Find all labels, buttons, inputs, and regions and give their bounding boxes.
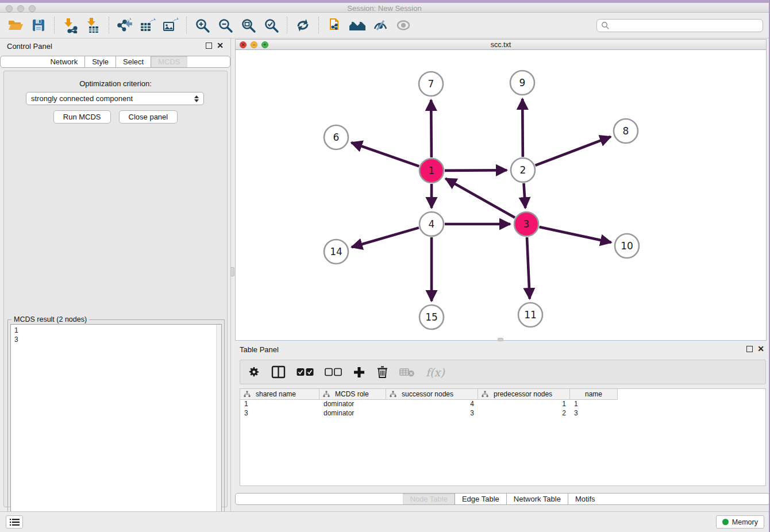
graph-node-15[interactable]: 15	[419, 305, 444, 329]
mcds-result-text[interactable]: 13	[10, 324, 222, 532]
mcds-result-line: 3	[14, 335, 221, 344]
canvas-resize-grip[interactable]	[498, 338, 503, 341]
zoom-in-icon[interactable]	[192, 16, 212, 34]
float-panel-icon[interactable]	[206, 43, 212, 49]
export-network-icon[interactable]	[115, 16, 134, 34]
graph-node-1[interactable]: 1	[419, 159, 444, 183]
node-label: 7	[428, 78, 434, 90]
tab-network[interactable]: Network	[43, 56, 85, 67]
save-session-icon[interactable]	[29, 16, 48, 34]
network-graph[interactable]: 7968124314101511	[236, 50, 766, 340]
table-cell[interactable]: dominator	[319, 400, 386, 409]
column-header-name[interactable]: name	[570, 389, 618, 400]
graph-node-2[interactable]: 2	[511, 158, 535, 182]
open-session-icon[interactable]	[6, 16, 25, 34]
column-type-icon	[244, 391, 251, 398]
table-panel-tabs: Node TableEdge TableNetwork TableMotifs	[235, 493, 770, 505]
toolbar-separator	[318, 17, 319, 34]
graph-node-14[interactable]: 14	[324, 240, 348, 264]
memory-button[interactable]: Memory	[716, 515, 764, 529]
zoom-fit-icon[interactable]	[238, 16, 258, 34]
graph-node-7[interactable]: 7	[419, 72, 443, 96]
node-table[interactable]: shared nameMCDS rolesuccessor nodesprede…	[240, 388, 766, 486]
node-label: 6	[333, 132, 340, 143]
tab-mcds[interactable]: MCDS	[151, 56, 187, 67]
tab-network-table[interactable]: Network Table	[507, 494, 568, 504]
table-cell[interactable]: 1	[570, 400, 618, 409]
edge-2-9[interactable]	[522, 99, 523, 157]
import-table-icon[interactable]	[83, 16, 103, 34]
table-cell[interactable]: 1	[478, 400, 570, 409]
toolbar-search[interactable]	[596, 19, 763, 32]
node-label: 4	[429, 218, 435, 230]
show-columns-icon[interactable]	[271, 365, 286, 379]
zoom-out-icon[interactable]	[215, 16, 235, 34]
import-network-icon[interactable]	[60, 16, 80, 34]
graph-node-11[interactable]: 11	[518, 303, 542, 327]
table-cell[interactable]: 3	[386, 409, 478, 418]
column-header-successor-nodes[interactable]: successor nodes	[386, 389, 478, 400]
tab-edge-table[interactable]: Edge Table	[455, 494, 507, 504]
tab-node-table[interactable]: Node Table	[403, 494, 455, 504]
graph-node-9[interactable]: 9	[510, 71, 534, 95]
tab-style[interactable]: Style	[85, 56, 116, 67]
edge-4-14[interactable]	[352, 228, 419, 247]
table-cell[interactable]: 3	[240, 409, 319, 418]
show-panels-icon[interactable]	[348, 16, 367, 34]
table-cell[interactable]: 1	[240, 400, 319, 409]
delete-column-icon[interactable]	[376, 365, 388, 379]
float-panel-icon[interactable]	[746, 346, 753, 352]
table-cell[interactable]: dominator	[319, 409, 386, 418]
edge-2-8[interactable]	[536, 137, 611, 165]
edge-1-7[interactable]	[431, 100, 432, 157]
export-image-icon[interactable]	[161, 16, 180, 34]
graph-node-10[interactable]: 10	[615, 234, 639, 258]
table-row[interactable]: 1dominator411	[240, 400, 765, 409]
show-hide-icon[interactable]	[394, 16, 413, 34]
deselect-all-rows-icon[interactable]	[325, 368, 342, 376]
edge-3-11[interactable]	[527, 237, 530, 299]
table-cell[interactable]: 4	[386, 400, 478, 409]
add-column-icon[interactable]	[353, 366, 365, 379]
column-header-predecessor-nodes[interactable]: predecessor nodes	[478, 389, 570, 400]
table-options-icon[interactable]	[247, 365, 260, 379]
apply-layout-icon[interactable]	[293, 16, 313, 34]
column-header-MCDS-role[interactable]: MCDS role	[319, 389, 386, 400]
close-panel-icon[interactable]: ✕	[217, 41, 224, 50]
graph-node-6[interactable]: 6	[324, 125, 348, 149]
table-row[interactable]: 3dominator323	[240, 409, 765, 418]
clone-network-icon[interactable]	[325, 16, 344, 34]
network-window-titlebar[interactable]: ✕ − + scc.txt	[235, 39, 767, 50]
export-table-icon[interactable]	[138, 16, 157, 34]
toolbar-separator	[186, 17, 187, 34]
edge-2-3[interactable]	[523, 183, 525, 208]
column-header-shared-name[interactable]: shared name	[240, 389, 319, 400]
graph-node-4[interactable]: 4	[419, 212, 444, 236]
run-mcds-button[interactable]: Run MCDS	[53, 110, 111, 124]
edge-1-6[interactable]	[351, 142, 419, 166]
toolbar-separator	[287, 17, 287, 34]
zoom-selected-icon[interactable]	[261, 16, 281, 34]
tab-select[interactable]: Select	[116, 56, 151, 67]
table-cell[interactable]: 2	[478, 409, 570, 418]
mcds-panel: Optimization criterion: strongly connect…	[3, 71, 228, 507]
tab-motifs[interactable]: Motifs	[568, 494, 602, 504]
table-cell[interactable]: 3	[570, 409, 618, 418]
close-panel-icon[interactable]: ✕	[757, 344, 764, 353]
graph-node-8[interactable]: 8	[614, 119, 638, 143]
select-all-rows-icon[interactable]	[297, 368, 314, 376]
edge-3-1[interactable]	[445, 179, 515, 218]
scrollbar-track[interactable]	[216, 325, 221, 531]
search-input[interactable]	[610, 21, 759, 29]
network-canvas[interactable]: 7968124314101511	[235, 50, 767, 341]
show-style-icon[interactable]	[371, 16, 390, 34]
optimization-criterion-dropdown[interactable]: strongly connected component	[26, 92, 204, 105]
apply-function-icon: f(x)	[426, 366, 445, 379]
column-header-label: predecessor nodes	[494, 390, 566, 398]
close-panel-button[interactable]: Close panel	[119, 110, 178, 124]
edge-3-10[interactable]	[539, 227, 611, 242]
graph-node-3[interactable]: 3	[514, 212, 538, 236]
task-history-button[interactable]	[6, 515, 23, 529]
edge-1-2[interactable]	[445, 170, 507, 171]
panel-divider-grip[interactable]	[230, 267, 234, 276]
